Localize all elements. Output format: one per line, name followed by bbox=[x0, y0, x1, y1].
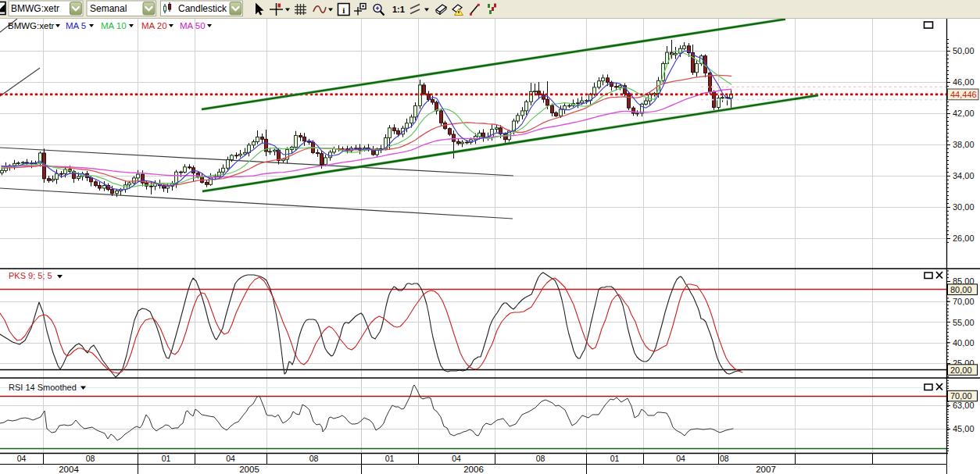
svg-text:BMWG:xetr: BMWG:xetr bbox=[8, 21, 55, 30]
svg-text:MA 50: MA 50 bbox=[180, 21, 206, 30]
svg-text:Candlestick: Candlestick bbox=[178, 3, 227, 14]
svg-text:MA 20: MA 20 bbox=[141, 21, 167, 30]
svg-text:40,00: 40,00 bbox=[953, 338, 975, 347]
svg-text:Semanal: Semanal bbox=[90, 3, 127, 14]
svg-text:01: 01 bbox=[385, 454, 395, 463]
svg-text:BMWG:xetr: BMWG:xetr bbox=[11, 3, 59, 14]
svg-text:2007: 2007 bbox=[756, 465, 776, 474]
svg-text:MA 5: MA 5 bbox=[66, 21, 86, 30]
svg-text:01: 01 bbox=[162, 454, 171, 463]
svg-text:PKS 9; 5; 5: PKS 9; 5; 5 bbox=[9, 271, 52, 280]
svg-text:04: 04 bbox=[452, 454, 461, 463]
svg-text:46,00: 46,00 bbox=[953, 77, 975, 87]
svg-text:08: 08 bbox=[720, 454, 729, 463]
svg-text:80,00: 80,00 bbox=[950, 285, 972, 294]
svg-text:04: 04 bbox=[17, 454, 27, 463]
svg-text:08: 08 bbox=[86, 454, 95, 463]
svg-text:38,00: 38,00 bbox=[953, 140, 975, 149]
svg-text:04: 04 bbox=[226, 454, 235, 463]
svg-text:2004: 2004 bbox=[59, 465, 79, 474]
svg-text:20,00: 20,00 bbox=[950, 365, 972, 375]
svg-text:42,00: 42,00 bbox=[953, 109, 975, 118]
svg-text:i: i bbox=[342, 5, 345, 15]
svg-text:04: 04 bbox=[676, 454, 685, 463]
svg-text:08: 08 bbox=[536, 454, 545, 463]
svg-text:08: 08 bbox=[309, 454, 319, 463]
svg-text:70,00: 70,00 bbox=[950, 391, 972, 401]
svg-text:MA 10: MA 10 bbox=[101, 21, 127, 30]
svg-text:26,00: 26,00 bbox=[953, 233, 975, 243]
svg-text:2006: 2006 bbox=[463, 465, 484, 474]
svg-text:63,00: 63,00 bbox=[953, 401, 975, 410]
svg-text:2005: 2005 bbox=[239, 465, 259, 474]
svg-text:1:1: 1:1 bbox=[392, 5, 405, 14]
svg-text:55,00: 55,00 bbox=[953, 318, 975, 327]
svg-text:34,00: 34,00 bbox=[953, 171, 975, 180]
svg-text:30,00: 30,00 bbox=[953, 202, 975, 212]
svg-text:RSI 14 Smoothed: RSI 14 Smoothed bbox=[9, 383, 77, 392]
svg-text:01: 01 bbox=[610, 454, 620, 463]
svg-text:50,00: 50,00 bbox=[953, 46, 975, 55]
svg-text:70,00: 70,00 bbox=[953, 297, 975, 306]
svg-text:44,446: 44,446 bbox=[950, 90, 977, 99]
svg-text:45,00: 45,00 bbox=[953, 424, 975, 433]
